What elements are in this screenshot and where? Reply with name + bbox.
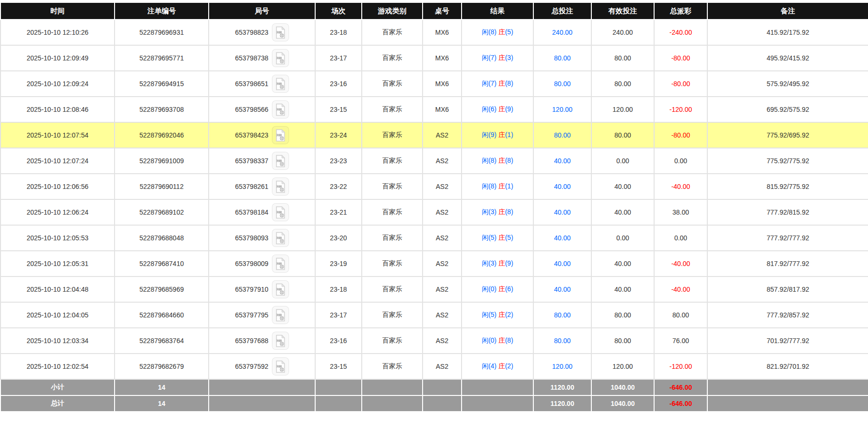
video-replay-button[interactable]: [272, 75, 289, 93]
total-row: 总计141120.001040.00-646.00: [0, 395, 868, 412]
column-header-valid_bet: 有效投注: [591, 2, 654, 20]
table-row[interactable]: 2025-10-10 12:06:56522879690112653798261…: [0, 174, 868, 199]
total-empty-tableno: [423, 395, 462, 412]
cell-payout: 76.00: [654, 328, 707, 354]
cell-result: 闲(4) 庄(2): [462, 354, 533, 379]
result-player: 闲(6): [482, 105, 496, 113]
round-no-wrap: 653798009: [210, 255, 314, 273]
cell-order-no: 522879687410: [115, 251, 209, 276]
cell-time: 2025-10-10 12:02:54: [0, 354, 115, 379]
video-replay-button[interactable]: [272, 49, 289, 67]
cell-valid-bet: 0.00: [591, 148, 654, 174]
video-file-icon: [275, 129, 286, 142]
result-player: 闲(7): [482, 79, 496, 87]
cell-result: 闲(8) 庄(5): [462, 20, 533, 45]
table-row[interactable]: 2025-10-10 12:04:05522879684660653797795…: [0, 302, 868, 328]
result-banker-label: 庄: [498, 157, 505, 164]
result-banker-label: 庄: [498, 336, 505, 344]
table-row[interactable]: 2025-10-10 12:03:34522879683764653797688…: [0, 328, 868, 354]
round-no-wrap: 653797592: [210, 357, 314, 375]
cell-payout: -240.00: [654, 20, 707, 45]
video-file-icon: [275, 180, 286, 193]
round-no-text: 653798009: [235, 260, 268, 267]
cell-game-type: 百家乐: [362, 174, 423, 199]
cell-order-no: 522879695771: [115, 45, 209, 71]
cell-remark: 777.92/815.92: [707, 199, 868, 225]
result-banker-label: 庄: [498, 79, 505, 87]
video-replay-button[interactable]: [272, 306, 289, 324]
video-file-icon: [275, 78, 286, 90]
cell-time: 2025-10-10 12:04:48: [0, 276, 115, 302]
round-no-text: 653798261: [235, 183, 268, 190]
subtotal-valid-bet: 1040.00: [591, 379, 654, 395]
round-no-text: 653798423: [235, 131, 268, 139]
cell-time: 2025-10-10 12:05:53: [0, 225, 115, 251]
table-row[interactable]: 2025-10-10 12:06:24522879689102653798184…: [0, 199, 868, 225]
round-no-text: 653798337: [235, 157, 268, 165]
cell-total-bet: 40.00: [533, 199, 591, 225]
video-replay-button[interactable]: [272, 152, 289, 170]
table-row[interactable]: 2025-10-10 12:07:54522879692046653798423…: [0, 122, 868, 148]
cell-total-bet: 80.00: [533, 45, 591, 71]
cell-game-type: 百家乐: [362, 71, 423, 97]
table-row[interactable]: 2025-10-10 12:09:24522879694915653798651…: [0, 71, 868, 97]
result-player: 闲(0): [482, 336, 496, 344]
video-replay-button[interactable]: [272, 255, 289, 273]
cell-session: 23-21: [315, 199, 362, 225]
table-body: 2025-10-10 12:10:26522879696931653798823…: [0, 20, 868, 379]
result-banker-score: (1): [505, 182, 513, 190]
table-row[interactable]: 2025-10-10 12:07:24522879691009653798337…: [0, 148, 868, 174]
video-file-icon: [275, 232, 286, 245]
video-replay-button[interactable]: [272, 229, 289, 247]
video-replay-button[interactable]: [272, 332, 289, 350]
cell-result: 闲(8) 庄(8): [462, 148, 533, 174]
result-banker-score: (8): [505, 79, 513, 87]
cell-table-no: MX6: [423, 20, 462, 45]
table-row[interactable]: 2025-10-10 12:05:31522879687410653798009…: [0, 251, 868, 276]
cell-session: 23-19: [315, 251, 362, 276]
video-replay-button[interactable]: [272, 203, 289, 221]
video-replay-button[interactable]: [272, 177, 289, 196]
table-row[interactable]: 2025-10-10 12:10:26522879696931653798823…: [0, 20, 868, 45]
cell-total-bet: 120.00: [533, 97, 591, 122]
total-empty-round: [209, 395, 315, 412]
total-valid-bet: 1040.00: [591, 395, 654, 412]
total-empty-session: [315, 395, 362, 412]
subtotal-empty-tableno: [423, 379, 462, 395]
table-row[interactable]: 2025-10-10 12:05:53522879688048653798093…: [0, 225, 868, 251]
subtotal-row: 小计141120.001040.00-646.00: [0, 379, 868, 395]
cell-order-no: 522879690112: [115, 174, 209, 199]
video-file-icon: [275, 52, 286, 65]
video-file-icon: [275, 335, 286, 347]
video-replay-button[interactable]: [272, 280, 289, 298]
cell-payout: 0.00: [654, 148, 707, 174]
cell-remark: 775.92/775.92: [707, 148, 868, 174]
cell-session: 23-17: [315, 45, 362, 71]
subtotal-empty-session: [315, 379, 362, 395]
table-row[interactable]: 2025-10-10 12:08:46522879693708653798566…: [0, 97, 868, 122]
cell-total-bet: 80.00: [533, 302, 591, 328]
result-banker-label: 庄: [498, 234, 505, 241]
video-replay-button[interactable]: [272, 357, 289, 375]
cell-time: 2025-10-10 12:05:31: [0, 251, 115, 276]
result-banker-score: (8): [505, 336, 513, 344]
cell-valid-bet: 120.00: [591, 354, 654, 379]
table-row[interactable]: 2025-10-10 12:02:54522879682679653797592…: [0, 354, 868, 379]
video-replay-button[interactable]: [272, 23, 289, 41]
table-row[interactable]: 2025-10-10 12:04:48522879685969653797910…: [0, 276, 868, 302]
video-replay-button[interactable]: [272, 100, 289, 118]
column-header-round_no: 局号: [209, 2, 315, 20]
cell-order-no: 522879685969: [115, 276, 209, 302]
result-banker-score: (3): [505, 54, 513, 61]
round-no-wrap: 653798566: [210, 100, 314, 118]
cell-table-no: AS2: [423, 251, 462, 276]
subtotal-count: 14: [115, 379, 209, 395]
cell-session: 23-24: [315, 122, 362, 148]
cell-round-no: 653798009: [209, 251, 315, 276]
round-no-wrap: 653798093: [210, 229, 314, 247]
cell-order-no: 522879691009: [115, 148, 209, 174]
video-replay-button[interactable]: [272, 126, 289, 144]
table-row[interactable]: 2025-10-10 12:09:49522879695771653798738…: [0, 45, 868, 71]
cell-table-no: AS2: [423, 199, 462, 225]
total-empty-remark: [707, 395, 868, 412]
